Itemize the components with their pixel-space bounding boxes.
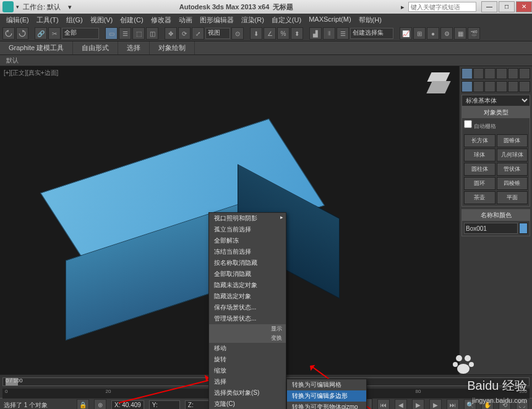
- primitive-button[interactable]: 球体: [464, 149, 496, 161]
- play-next-button[interactable]: ▶: [429, 399, 442, 410]
- lock-button[interactable]: 🔒: [77, 399, 89, 410]
- primitive-button[interactable]: 圆环: [464, 177, 496, 190]
- menu-item[interactable]: 动画: [175, 14, 196, 26]
- ribbon-tab[interactable]: 对象绘制: [150, 41, 195, 54]
- filter-dropdown[interactable]: 全部: [62, 28, 99, 39]
- menu-item[interactable]: 组(G): [62, 14, 87, 26]
- scale-button[interactable]: ⤢: [192, 27, 204, 40]
- undo-button[interactable]: [2, 27, 15, 40]
- y-coord-field[interactable]: Y:: [149, 400, 180, 409]
- play-prev-button[interactable]: ◀: [395, 399, 407, 410]
- context-menu-item[interactable]: 克隆(C): [209, 398, 286, 409]
- primitive-button[interactable]: 圆柱体: [464, 163, 496, 176]
- refcoord-dropdown[interactable]: 视图: [205, 28, 230, 39]
- context-menu-item[interactable]: 全部取消隐藏: [209, 269, 286, 280]
- named-sel-dropdown[interactable]: 创建选择集: [350, 28, 393, 39]
- redo-button[interactable]: [16, 27, 28, 40]
- autogrid-checkbox[interactable]: [464, 120, 472, 128]
- primitive-button[interactable]: 管状体: [497, 163, 528, 176]
- link-button[interactable]: 🔗: [35, 27, 47, 40]
- context-menu-item[interactable]: 全部解冻: [209, 235, 286, 246]
- primitive-button[interactable]: 几何球体: [497, 149, 528, 161]
- window-crossing-button[interactable]: ◫: [146, 27, 158, 40]
- context-menu-item[interactable]: 转换为可编辑多边形: [287, 390, 366, 402]
- modify-tab[interactable]: [473, 68, 484, 79]
- material-button[interactable]: ●: [427, 27, 439, 40]
- arrow-icon[interactable]: ▸: [397, 3, 408, 11]
- x-coord-field[interactable]: X: 40.409: [111, 400, 144, 409]
- menu-item[interactable]: 渲染(R): [238, 14, 268, 26]
- ribbon-tab[interactable]: 自由形式: [73, 41, 118, 54]
- primitive-button[interactable]: 四棱锥: [497, 177, 528, 190]
- primitive-button[interactable]: 圆锥体: [497, 134, 528, 147]
- app-icon[interactable]: [2, 1, 14, 12]
- angle-snap-button[interactable]: ∠: [264, 27, 276, 40]
- menu-item[interactable]: 视图(V): [87, 14, 117, 26]
- abs-rel-button[interactable]: ⊕: [94, 399, 106, 410]
- help-search-input[interactable]: [408, 2, 476, 12]
- context-menu-item[interactable]: 选择: [209, 376, 286, 387]
- lights-subtab[interactable]: [484, 81, 496, 92]
- minimize-button[interactable]: —: [481, 1, 497, 12]
- menu-item[interactable]: 创建(C): [116, 14, 147, 26]
- snap-button[interactable]: ⬇: [250, 27, 262, 40]
- rotate-button[interactable]: ⟳: [178, 27, 191, 40]
- context-menu-item[interactable]: 冻结当前选择: [209, 246, 286, 257]
- mirror-button[interactable]: ▟: [309, 27, 322, 40]
- context-menu-item[interactable]: 隐藏选定对象: [209, 291, 286, 302]
- primitive-button[interactable]: 长方体: [464, 134, 496, 147]
- space-warps-subtab[interactable]: [519, 81, 530, 92]
- pivot-button[interactable]: ⊙: [231, 27, 244, 40]
- close-button[interactable]: ✕: [516, 1, 532, 12]
- context-menu-item[interactable]: 选择类似对象(S): [209, 387, 286, 398]
- viewport-label[interactable]: [+][正文][真实+边面]: [4, 69, 58, 77]
- primitive-button[interactable]: 平面: [497, 191, 528, 204]
- viewport[interactable]: [+][正文][真实+边面] 视口照明和阴影孤立当前选择全部解冻冻结当前选择按名…: [0, 66, 459, 374]
- align-button[interactable]: ⫴: [323, 27, 335, 40]
- menu-item[interactable]: MAXScript(M): [305, 14, 354, 26]
- geometry-subtab[interactable]: [461, 81, 473, 92]
- context-menu-item[interactable]: 视口照明和阴影: [209, 213, 286, 224]
- context-menu-item[interactable]: 孤立当前选择: [209, 224, 286, 235]
- select-button[interactable]: ▭: [105, 27, 118, 40]
- utilities-tab[interactable]: [519, 68, 530, 79]
- dropdown-icon[interactable]: ▾: [64, 3, 75, 11]
- context-menu-item[interactable]: 保存场景状态...: [209, 302, 286, 313]
- display-tab[interactable]: [508, 68, 519, 79]
- context-menu-item[interactable]: 移动: [209, 343, 286, 354]
- context-menu-item[interactable]: 隐藏未选定对象: [209, 280, 286, 291]
- ribbon-tab[interactable]: 选择: [118, 41, 150, 54]
- object-name-input[interactable]: [464, 223, 518, 234]
- sub-tab-default[interactable]: 默认: [0, 55, 25, 66]
- shapes-subtab[interactable]: [473, 81, 484, 92]
- primitive-button[interactable]: 茶壶: [464, 191, 496, 204]
- layers-button[interactable]: ☰: [337, 27, 349, 40]
- motion-tab[interactable]: [496, 68, 507, 79]
- menu-item[interactable]: 编辑(E): [2, 14, 33, 26]
- play-end-button[interactable]: ⏭: [447, 399, 459, 410]
- ribbon-tab[interactable]: Graphite 建模工具: [0, 41, 73, 54]
- context-menu-item[interactable]: 转换为可编辑网格: [287, 379, 366, 390]
- helpers-subtab[interactable]: [508, 81, 519, 92]
- create-tab[interactable]: [461, 68, 473, 79]
- schematic-button[interactable]: ⊞: [413, 27, 426, 40]
- play-button[interactable]: ▶: [412, 399, 424, 410]
- select-rect-button[interactable]: ⬚: [132, 27, 145, 40]
- menu-item[interactable]: 自定义(U): [268, 14, 305, 26]
- context-menu-item[interactable]: 管理场景状态...: [209, 313, 286, 324]
- color-swatch[interactable]: [519, 223, 528, 234]
- render-setup-button[interactable]: ⚙: [440, 27, 453, 40]
- percent-snap-button[interactable]: %: [277, 27, 290, 40]
- move-button[interactable]: ✥: [165, 27, 177, 40]
- menu-item[interactable]: 工具(T): [33, 14, 62, 26]
- context-menu-item[interactable]: 旋转: [209, 354, 286, 365]
- menu-item[interactable]: 帮助(H): [355, 14, 385, 26]
- hierarchy-tab[interactable]: [484, 68, 496, 79]
- curve-editor-button[interactable]: 📈: [400, 27, 412, 40]
- unlink-button[interactable]: ✂: [48, 27, 61, 40]
- menu-item[interactable]: 修改器: [147, 14, 175, 26]
- menu-item[interactable]: 图形编辑器: [196, 14, 238, 26]
- render-frame-button[interactable]: ▦: [454, 27, 466, 40]
- select-name-button[interactable]: ☰: [119, 27, 131, 40]
- maximize-button[interactable]: □: [499, 1, 515, 12]
